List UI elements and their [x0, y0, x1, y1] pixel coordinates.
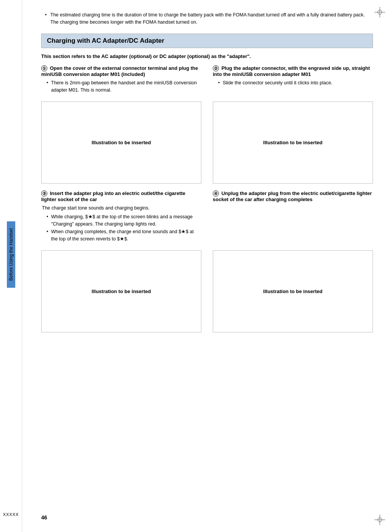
- step3-number: ③: [41, 190, 47, 197]
- step2-bullet-1: Slide the connector securely until it cl…: [218, 79, 373, 87]
- step3-bullet-2: When charging completes, the charge end …: [47, 228, 201, 243]
- section-title: Charging with AC Adapter/DC Adapter: [47, 37, 164, 44]
- step1-bullet-1: There is 2mm-gap between the handset and…: [47, 79, 201, 94]
- section-subtitle: This section refers to the AC adapter (o…: [41, 53, 373, 59]
- step2-col: ② Plug the adapter connector, with the e…: [213, 65, 373, 95]
- intro-bullet-text: The estimated charging time is the durat…: [45, 11, 373, 26]
- sidebar-code: XXXXX: [3, 512, 19, 517]
- steps-row-2: ③ Insert the adapter plug into an electr…: [41, 190, 373, 243]
- step1-col: ① Open the cover of the external connect…: [41, 65, 201, 95]
- steps-row-1: ① Open the cover of the external connect…: [41, 65, 373, 95]
- sidebar: Before Using the Handset XXXXX: [0, 0, 22, 532]
- illus-text-3: Illustration to be inserted: [92, 289, 151, 294]
- page-number: 46: [22, 514, 47, 521]
- step4-col: ④ Unplug the adapter plug from the elect…: [213, 190, 373, 243]
- step2-body: Slide the connector securely until it cl…: [213, 79, 373, 87]
- section-header: Charging with AC Adapter/DC Adapter: [41, 34, 373, 48]
- main-content: The estimated charging time is the durat…: [22, 0, 392, 355]
- illus-box-2: Illustration to be inserted: [213, 102, 373, 184]
- illus-text-4: Illustration to be inserted: [263, 289, 322, 294]
- step4-number: ④: [213, 190, 219, 197]
- step1-header: ① Open the cover of the external connect…: [41, 65, 201, 77]
- step3-body: The charge start tone sounds and chargin…: [41, 205, 201, 243]
- step4-title: Unplug the adapter plug from the electri…: [213, 190, 372, 203]
- step2-number: ②: [213, 65, 219, 71]
- sidebar-label: Before Using the Handset: [8, 224, 14, 284]
- step3-title: Insert the adapter plug into an electric…: [41, 190, 185, 203]
- corner-mark-br: [370, 510, 385, 525]
- illus-box-3: Illustration to be inserted: [41, 250, 201, 332]
- step4-header: ④ Unplug the adapter plug from the elect…: [213, 190, 373, 203]
- step3-body-text: The charge start tone sounds and chargin…: [42, 205, 201, 212]
- illus-text-2: Illustration to be inserted: [263, 140, 322, 145]
- step3-header: ③ Insert the adapter plug into an electr…: [41, 190, 201, 203]
- illus-text-1: Illustration to be inserted: [92, 140, 151, 145]
- page: Before Using the Handset XXXXX The estim…: [0, 0, 392, 532]
- step2-header: ② Plug the adapter connector, with the e…: [213, 65, 373, 77]
- illus-row-1: Illustration to be inserted Illustration…: [41, 102, 373, 184]
- sidebar-highlight: Before Using the Handset: [7, 221, 15, 287]
- step2-title: Plug the adapter connector, with the eng…: [213, 65, 370, 77]
- step3-bullet-1: While charging, $★$ at the top of the sc…: [47, 213, 201, 228]
- intro-section: The estimated charging time is the durat…: [41, 11, 373, 26]
- step1-number: ①: [41, 65, 47, 71]
- step1-title: Open the cover of the external connector…: [41, 65, 198, 77]
- step3-col: ③ Insert the adapter plug into an electr…: [41, 190, 201, 243]
- illus-box-4: Illustration to be inserted: [213, 250, 373, 332]
- illus-box-1: Illustration to be inserted: [41, 102, 201, 184]
- step1-body: There is 2mm-gap between the handset and…: [41, 79, 201, 94]
- illus-row-2: Illustration to be inserted Illustration…: [41, 250, 373, 332]
